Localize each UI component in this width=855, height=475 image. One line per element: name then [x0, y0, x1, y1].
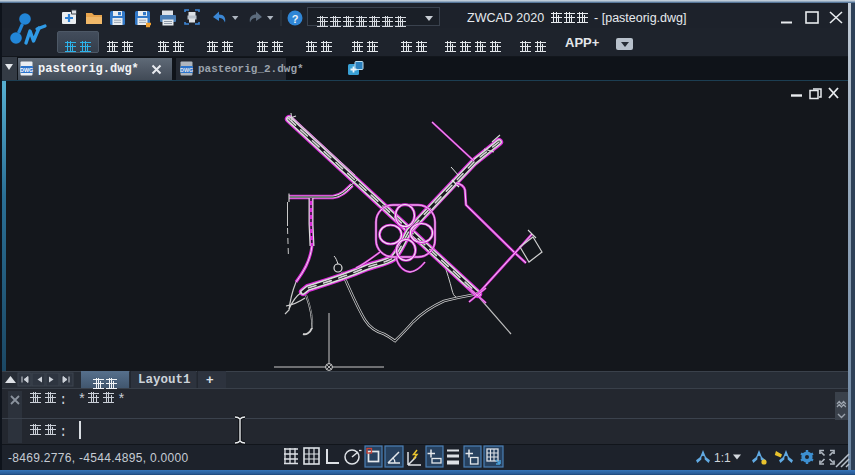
svg-text:?: ? [292, 13, 299, 25]
svg-text:DWG: DWG [20, 67, 33, 73]
svg-text:DWG: DWG [180, 67, 193, 73]
svg-text:1:1: 1:1 [714, 451, 731, 465]
